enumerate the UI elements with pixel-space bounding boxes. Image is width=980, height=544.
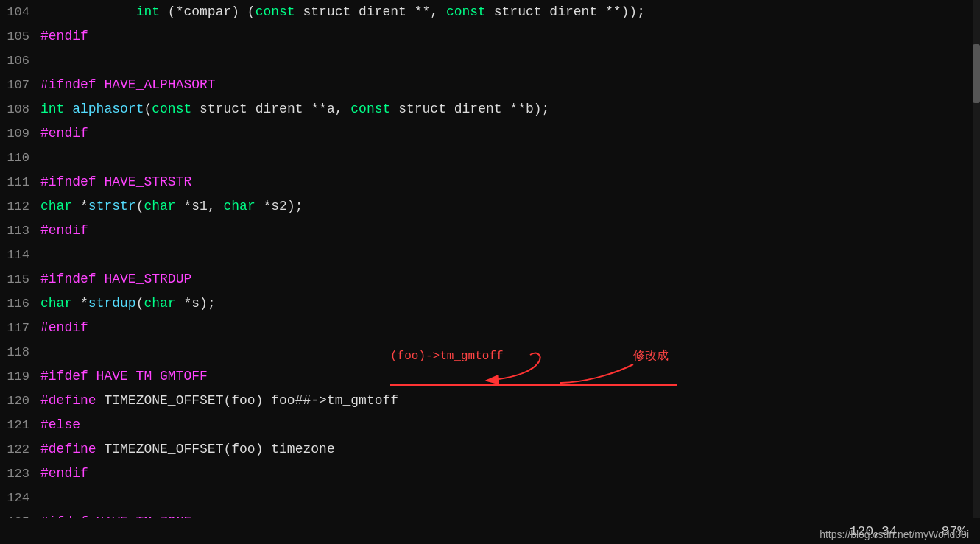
line-content: #endif [40, 121, 980, 146]
page-url: https://blog.csdn.net/myWorld00i [819, 529, 969, 540]
line-content: #ifndef HAVE_ALPHASORT [40, 73, 980, 97]
code-line: 110 [0, 146, 980, 170]
line-content: char *strstr(char *s1, char *s2); [40, 194, 980, 219]
code-line: 107#ifndef HAVE_ALPHASORT [0, 73, 980, 97]
code-line: 106 [0, 49, 980, 73]
code-line: 111#ifndef HAVE_STRSTR [0, 170, 980, 194]
line-number: 108 [0, 97, 40, 121]
code-line: 123#endif [0, 462, 980, 486]
line-content: #endif [40, 316, 980, 340]
code-line: 105#endif [0, 24, 980, 49]
line-content: #define TIMEZONE_OFFSET(foo) foo##->tm_g… [40, 389, 980, 413]
code-line: 124 [0, 486, 980, 510]
line-number: 120 [0, 389, 40, 413]
line-content: char *strdup(char *s); [40, 292, 980, 316]
code-line: 121#else [0, 413, 980, 437]
line-number: 122 [0, 437, 40, 462]
line-number: 115 [0, 267, 40, 292]
line-number: 117 [0, 316, 40, 340]
code-line: 109#endif [0, 121, 980, 146]
line-number: 105 [0, 24, 40, 49]
line-number: 121 [0, 413, 40, 437]
code-line: 108int alphasort(const struct dirent **a… [0, 97, 980, 121]
line-content: #endif [40, 462, 980, 486]
code-editor: 104 int (*compar) (const struct dirent *… [0, 0, 980, 534]
line-number: 119 [0, 364, 40, 389]
line-number: 123 [0, 462, 40, 486]
code-line: 119#ifdef HAVE_TM_GMTOFF [0, 364, 980, 389]
line-number: 110 [0, 146, 40, 170]
line-content: int alphasort(const struct dirent **a, c… [40, 97, 980, 121]
line-number: 109 [0, 121, 40, 146]
line-number: 113 [0, 219, 40, 243]
line-content: #else [40, 413, 980, 437]
code-line: 114 [0, 243, 980, 267]
code-line: 117#endif [0, 316, 980, 340]
line-number: 106 [0, 49, 40, 73]
scrollbar-thumb[interactable] [973, 44, 980, 103]
code-line: 116char *strdup(char *s); [0, 292, 980, 316]
line-content: #ifndef HAVE_STRSTR [40, 170, 980, 194]
line-content: #endif [40, 219, 980, 243]
line-number: 118 [0, 340, 40, 364]
code-line: 115#ifndef HAVE_STRDUP [0, 267, 980, 292]
line-content: int (*compar) (const struct dirent **, c… [40, 0, 980, 24]
code-line: 104 int (*compar) (const struct dirent *… [0, 0, 980, 24]
code-line: 122#define TIMEZONE_OFFSET(foo) timezone [0, 437, 980, 462]
line-number: 104 [0, 0, 40, 24]
code-line: 120#define TIMEZONE_OFFSET(foo) foo##->t… [0, 389, 980, 413]
line-number: 124 [0, 486, 40, 510]
line-content: #define TIMEZONE_OFFSET(foo) timezone [40, 437, 980, 462]
line-content: #endif [40, 24, 980, 49]
scrollbar-track[interactable] [973, 0, 980, 544]
code-line: 113#endif [0, 219, 980, 243]
line-number: 114 [0, 243, 40, 267]
line-number: 112 [0, 194, 40, 219]
status-bar: 120,34 87% https://blog.csdn.net/myWorld… [0, 518, 980, 544]
code-line: 112char *strstr(char *s1, char *s2); [0, 194, 980, 219]
line-content: #ifdef HAVE_TM_GMTOFF [40, 364, 980, 389]
line-content: #ifndef HAVE_STRDUP [40, 267, 980, 292]
code-line: 118 [0, 340, 980, 364]
line-number: 111 [0, 170, 40, 194]
line-number: 116 [0, 292, 40, 316]
line-number: 107 [0, 73, 40, 97]
